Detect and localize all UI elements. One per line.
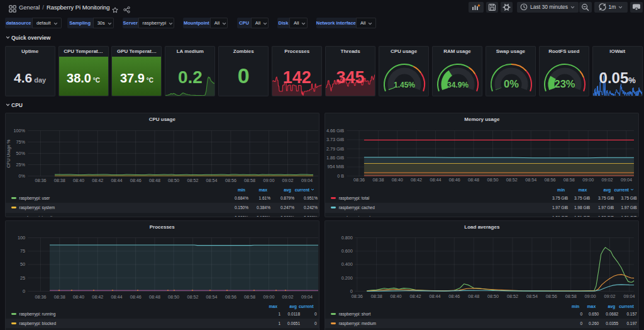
svg-text:3.73 GiB: 3.73 GiB xyxy=(326,137,344,142)
svg-text:09:04: 09:04 xyxy=(621,177,632,183)
svg-text:09:04: 09:04 xyxy=(624,293,635,299)
svg-text:08:38: 08:38 xyxy=(371,293,382,299)
svg-text:09:02: 09:02 xyxy=(282,294,294,300)
svg-text:08:38: 08:38 xyxy=(54,294,65,300)
svg-text:08:48: 08:48 xyxy=(149,294,160,300)
svg-text:08:40: 08:40 xyxy=(391,293,402,299)
svg-text:100%: 100% xyxy=(14,128,26,134)
svg-text:0.200: 0.200 xyxy=(341,275,353,281)
svg-text:08:36: 08:36 xyxy=(353,177,365,183)
svg-text:75%: 75% xyxy=(16,139,26,145)
svg-text:0%: 0% xyxy=(504,78,519,89)
svg-text:08:48: 08:48 xyxy=(468,293,479,299)
svg-text:08:58: 08:58 xyxy=(565,293,577,299)
svg-text:08:46: 08:46 xyxy=(449,177,460,183)
svg-text:09:02: 09:02 xyxy=(604,293,616,299)
svg-text:08:40: 08:40 xyxy=(392,177,403,183)
svg-text:08:36: 08:36 xyxy=(352,293,363,299)
svg-text:09:00: 09:00 xyxy=(263,294,274,300)
svg-text:08:38: 08:38 xyxy=(373,177,384,183)
svg-text:08:42: 08:42 xyxy=(92,178,103,183)
svg-text:08:36: 08:36 xyxy=(35,294,46,300)
svg-text:08:58: 08:58 xyxy=(564,177,575,183)
svg-text:08:52: 08:52 xyxy=(507,293,518,299)
svg-text:08:58: 08:58 xyxy=(244,294,255,300)
svg-text:50: 50 xyxy=(20,261,25,267)
svg-text:08:54: 08:54 xyxy=(206,178,218,183)
svg-text:08:38: 08:38 xyxy=(54,178,65,183)
svg-text:2.79 GiB: 2.79 GiB xyxy=(326,146,344,152)
svg-text:08:46: 08:46 xyxy=(130,178,142,183)
svg-text:08:42: 08:42 xyxy=(92,294,103,300)
svg-text:954 MiB: 954 MiB xyxy=(328,164,345,169)
svg-text:75: 75 xyxy=(20,248,25,254)
svg-text:08:54: 08:54 xyxy=(525,177,536,183)
svg-text:08:36: 08:36 xyxy=(35,178,46,183)
svg-text:1.45%: 1.45% xyxy=(394,81,415,89)
svg-text:08:44: 08:44 xyxy=(430,177,441,183)
svg-text:08:56: 08:56 xyxy=(545,177,556,183)
svg-text:08:56: 08:56 xyxy=(225,178,236,183)
svg-text:23%: 23% xyxy=(554,78,575,89)
svg-text:08:50: 08:50 xyxy=(168,178,179,183)
svg-text:0.800: 0.800 xyxy=(341,235,353,241)
svg-text:0.600: 0.600 xyxy=(341,248,353,254)
svg-text:09:02: 09:02 xyxy=(602,177,613,183)
svg-text:09:04: 09:04 xyxy=(301,178,313,183)
svg-text:25%: 25% xyxy=(16,162,26,168)
svg-text:50%: 50% xyxy=(16,151,26,156)
svg-text:CPU Usage %: CPU Usage % xyxy=(6,139,11,168)
svg-text:08:52: 08:52 xyxy=(506,177,518,183)
svg-text:08:58: 08:58 xyxy=(244,178,255,183)
svg-text:0%: 0% xyxy=(19,173,26,179)
svg-text:09:00: 09:00 xyxy=(263,178,274,183)
svg-text:08:48: 08:48 xyxy=(149,178,160,183)
svg-text:34.9%: 34.9% xyxy=(447,81,469,89)
svg-text:4.66 GiB: 4.66 GiB xyxy=(326,128,344,134)
svg-text:100: 100 xyxy=(18,235,25,241)
svg-text:08:56: 08:56 xyxy=(225,294,236,300)
svg-text:08:50: 08:50 xyxy=(487,177,499,183)
svg-text:08:40: 08:40 xyxy=(73,178,84,183)
svg-text:08:50: 08:50 xyxy=(487,293,499,299)
svg-text:25: 25 xyxy=(20,275,25,281)
svg-text:08:42: 08:42 xyxy=(411,177,422,183)
svg-text:0.400: 0.400 xyxy=(341,261,353,267)
svg-text:08:44: 08:44 xyxy=(111,294,122,300)
svg-text:08:44: 08:44 xyxy=(430,293,441,299)
svg-text:09:04: 09:04 xyxy=(301,294,313,300)
svg-text:08:42: 08:42 xyxy=(410,293,421,299)
svg-text:08:48: 08:48 xyxy=(468,177,479,183)
svg-text:08:40: 08:40 xyxy=(73,294,84,300)
svg-text:08:54: 08:54 xyxy=(526,293,538,299)
svg-text:08:52: 08:52 xyxy=(187,178,198,183)
svg-text:09:00: 09:00 xyxy=(582,177,594,183)
svg-text:08:56: 08:56 xyxy=(546,293,557,299)
svg-text:08:44: 08:44 xyxy=(111,178,122,183)
svg-text:0 B: 0 B xyxy=(337,173,344,179)
svg-text:0: 0 xyxy=(23,288,25,294)
svg-text:1.86 GiB: 1.86 GiB xyxy=(326,155,344,161)
svg-text:08:46: 08:46 xyxy=(448,293,460,299)
svg-text:08:52: 08:52 xyxy=(187,294,198,300)
svg-text:08:50: 08:50 xyxy=(168,294,179,300)
svg-text:08:54: 08:54 xyxy=(206,294,218,300)
svg-text:08:46: 08:46 xyxy=(130,294,142,300)
svg-text:09:02: 09:02 xyxy=(282,178,294,183)
svg-text:09:00: 09:00 xyxy=(585,293,596,299)
